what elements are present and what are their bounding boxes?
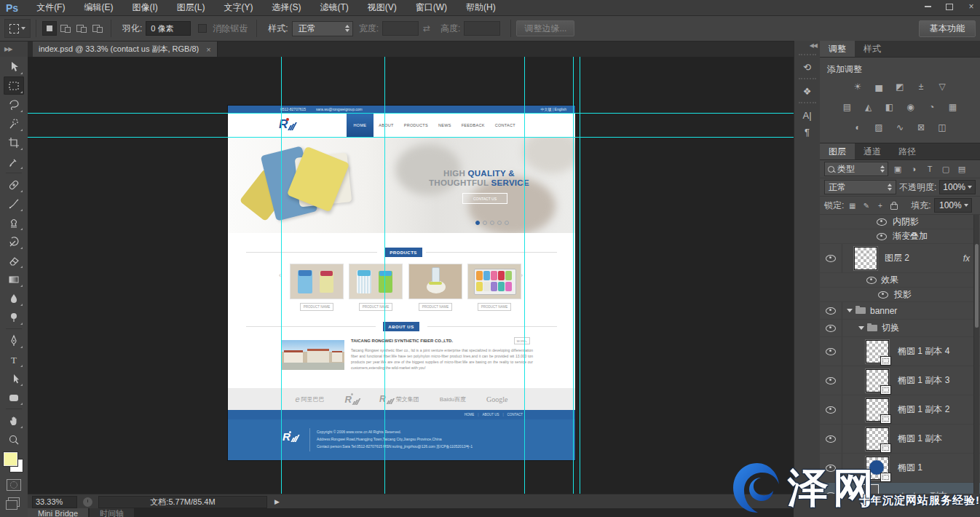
refine-edge-button[interactable]: 调整边缘... — [516, 20, 574, 36]
layer-row[interactable]: 椭圆 1 副本 3 — [820, 366, 980, 395]
menu-edit[interactable]: 编辑(E) — [74, 0, 122, 15]
restore-button[interactable] — [944, 1, 955, 12]
layers-scrollbar[interactable] — [973, 215, 979, 502]
selective-color-icon[interactable]: ◫ — [935, 122, 949, 133]
visibility-eye-icon[interactable] — [826, 255, 836, 262]
tool-type[interactable]: T — [4, 350, 24, 368]
menu-image[interactable]: 图像(I) — [122, 0, 167, 15]
quick-mask-button[interactable] — [7, 479, 21, 491]
exposure-icon[interactable]: ± — [914, 81, 928, 92]
visibility-eye-icon[interactable] — [826, 348, 836, 355]
menu-filter[interactable]: 滤镜(T) — [310, 0, 357, 15]
layer-row[interactable]: 图层 2 fx — [820, 244, 980, 273]
swap-dimensions-icon[interactable]: ⇄ — [423, 23, 430, 33]
tool-rectangular-marquee[interactable] — [4, 76, 24, 95]
layer-row[interactable]: 椭圆 1 — [820, 454, 980, 483]
selection-mode-new[interactable] — [42, 21, 57, 36]
tool-crop[interactable] — [4, 133, 24, 151]
gradient-map-icon[interactable]: ⊠ — [914, 122, 928, 133]
menu-file[interactable]: 文件(F) — [27, 0, 74, 15]
posterize-icon[interactable]: ▨ — [872, 122, 886, 133]
tool-spot-healing-brush[interactable] — [4, 175, 24, 194]
layer-filter-type-select[interactable]: 类型 — [824, 162, 888, 176]
visibility-eye-icon[interactable] — [877, 233, 887, 240]
lock-position-icon[interactable]: + — [874, 200, 885, 210]
visibility-eye-icon[interactable] — [878, 291, 888, 299]
layer-thumbnail[interactable] — [854, 247, 877, 270]
shape-layer-thumbnail[interactable] — [866, 427, 889, 451]
tool-hand[interactable] — [4, 411, 24, 430]
layer-row[interactable]: 椭圆 1 副本 4 — [820, 337, 980, 366]
tab-styles[interactable]: 样式 — [855, 41, 890, 57]
document-size-field[interactable]: 文档:5.77M/85.4M — [98, 496, 267, 508]
threshold-icon[interactable]: ∿ — [893, 122, 907, 133]
tool-eyedropper[interactable] — [4, 152, 24, 170]
layer-group-row[interactable]: banner — [820, 302, 980, 320]
document-tab-close-icon[interactable]: × — [206, 45, 210, 54]
horizontal-guide-2[interactable] — [28, 137, 794, 138]
tool-history-brush[interactable] — [4, 232, 24, 250]
tool-preset-picker[interactable] — [4, 19, 31, 38]
filter-adjustment-layers-icon[interactable]: ◑ — [907, 163, 920, 175]
vertical-guide-5[interactable] — [580, 57, 580, 494]
minimize-button[interactable] — [922, 1, 933, 12]
visibility-eye-icon[interactable] — [826, 377, 836, 384]
visibility-eye-icon[interactable] — [866, 277, 877, 284]
vertical-guide-2[interactable] — [384, 57, 385, 494]
visibility-eye-icon[interactable] — [826, 435, 836, 443]
lock-all-icon[interactable] — [888, 200, 899, 210]
vertical-guide-1[interactable] — [281, 57, 282, 494]
menu-help[interactable]: 帮助(H) — [457, 0, 505, 15]
tool-zoom[interactable] — [4, 430, 24, 449]
scrollbar-thumb[interactable] — [975, 244, 979, 328]
tool-clone-stamp[interactable] — [4, 213, 24, 232]
layer-effect-row[interactable]: 内阴影 — [820, 215, 980, 229]
width-input[interactable] — [382, 21, 419, 36]
opacity-input[interactable]: 100% — [939, 180, 976, 194]
height-input[interactable] — [464, 21, 500, 36]
blend-mode-select[interactable]: 正常 — [824, 180, 896, 194]
layer-effect-row[interactable]: 投影 — [820, 288, 980, 302]
color-lookup-icon[interactable]: ▦ — [946, 101, 960, 113]
invert-icon[interactable]: ◐ — [850, 122, 865, 133]
vibrance-icon[interactable]: ▽ — [935, 81, 949, 92]
color-balance-icon[interactable]: ◭ — [861, 101, 876, 113]
shape-layer-thumbnail[interactable] — [866, 457, 889, 480]
antialias-checkbox[interactable] — [198, 24, 207, 33]
tab-adjustments[interactable]: 调整 — [820, 41, 855, 57]
dock-collapse-button[interactable]: ◀◀ — [794, 41, 820, 51]
expand-triangle-icon[interactable] — [847, 309, 853, 312]
tool-pen[interactable] — [4, 331, 24, 350]
filter-type-layers-icon[interactable]: T — [923, 163, 936, 175]
layer-row[interactable]: 椭圆 1 副本 2 — [820, 395, 980, 425]
black-white-icon[interactable]: ◧ — [882, 101, 897, 113]
levels-icon[interactable]: ▅ — [872, 81, 886, 92]
visibility-eye-icon[interactable] — [826, 465, 836, 472]
menu-select[interactable]: 选择(S) — [262, 0, 310, 15]
menu-view[interactable]: 视图(V) — [358, 0, 406, 15]
hue-saturation-icon[interactable]: ▤ — [840, 101, 855, 113]
filter-pixel-layers-icon[interactable]: ▣ — [891, 163, 904, 175]
horizontal-guide-1[interactable] — [28, 113, 794, 114]
effects-header-row[interactable]: 效果 — [820, 273, 980, 288]
vertical-guide-3[interactable] — [524, 57, 525, 494]
zoom-level-field[interactable]: 33.33% — [32, 496, 77, 508]
layer-row[interactable]: 椭圆 1 副本 — [820, 425, 980, 454]
tool-move[interactable] — [4, 58, 24, 76]
tool-dodge[interactable] — [4, 308, 24, 326]
filter-smart-objects-icon[interactable]: ▤ — [955, 163, 968, 175]
lock-pixels-icon[interactable]: ✎ — [861, 200, 872, 210]
menu-type[interactable]: 文字(Y) — [214, 0, 262, 15]
history-panel-icon[interactable]: ⟲ — [799, 59, 816, 75]
channel-mixer-icon[interactable]: ◔ — [925, 101, 939, 113]
tab-timeline[interactable]: 时间轴 — [90, 508, 134, 517]
fill-input[interactable]: 100% — [934, 198, 972, 213]
menu-window[interactable]: 窗口(W) — [406, 0, 457, 15]
tool-lasso[interactable] — [4, 95, 24, 114]
expand-triangle-icon[interactable] — [858, 326, 864, 330]
workspace-switcher-button[interactable]: 基本功能 — [919, 20, 976, 37]
layer-effect-row[interactable]: 渐变叠加 — [820, 229, 980, 244]
shape-layer-thumbnail[interactable] — [866, 340, 889, 363]
tab-mini-bridge[interactable]: Mini Bridge — [28, 508, 88, 517]
filter-shape-layers-icon[interactable]: ▢ — [939, 163, 952, 175]
